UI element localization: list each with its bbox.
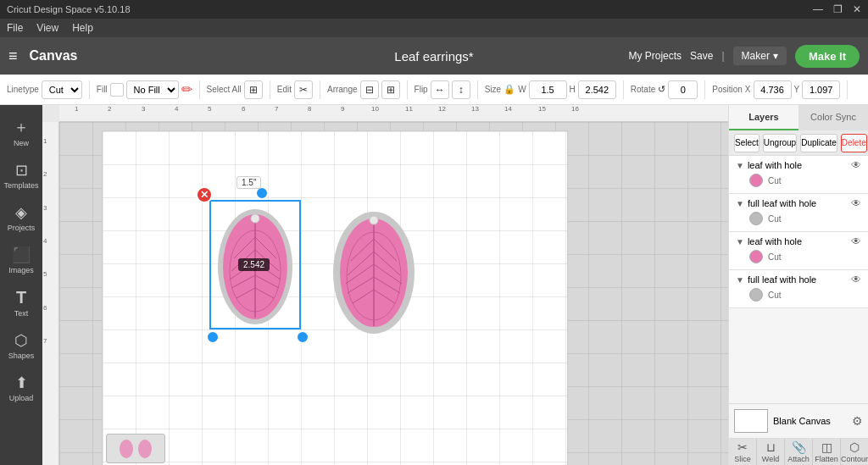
projects-icon: ◈ xyxy=(15,203,27,222)
layer-visibility-icon[interactable]: 👁 xyxy=(851,197,861,209)
flip-group: Flip ↔ ↕ xyxy=(415,80,478,99)
sub-toolbar: Linetype Cut Fill No Fill ✏ Select All ⊞… xyxy=(0,75,868,105)
y-input[interactable] xyxy=(802,80,840,99)
delete-handle[interactable]: ✕ xyxy=(196,186,213,203)
h-label: H xyxy=(570,85,576,94)
slice-button[interactable]: ✂ Slice xyxy=(729,439,757,465)
svg-point-30 xyxy=(120,440,133,458)
panel-bottom: Blank Canvas ⚙ xyxy=(729,403,868,438)
layer-name: full leaf with hole xyxy=(748,274,848,285)
menu-help[interactable]: Help xyxy=(72,22,93,34)
sidebar-label-images: Images xyxy=(8,266,34,274)
ungroup-button[interactable]: Ungroup xyxy=(763,134,797,152)
panel-footer-actions: ✂ Slice ⊔ Weld 📎 Attach ◫ Flatten ⬡ Cont… xyxy=(729,438,868,465)
resize-br-handle[interactable] xyxy=(296,330,309,344)
select-all-button[interactable]: ⊞ xyxy=(244,80,263,99)
x-input[interactable] xyxy=(754,80,792,99)
menu-file[interactable]: File xyxy=(7,22,23,34)
vertical-ruler: 1 2 3 4 5 6 7 xyxy=(42,122,59,465)
x-label: X xyxy=(745,85,751,94)
images-icon: ⬛ xyxy=(12,246,31,264)
layer-visibility-icon[interactable]: 👁 xyxy=(851,235,861,247)
layer-sub-item: Cut xyxy=(736,209,861,228)
sidebar-item-upload[interactable]: ⬆ Upload xyxy=(0,368,42,407)
layers-list: ▼ leaf with hole 👁 Cut ▼ full leaf with … xyxy=(729,156,868,403)
sidebar-item-shapes[interactable]: ⬡ Shapes xyxy=(0,326,42,365)
sidebar-item-templates[interactable]: ⊡ Templates xyxy=(0,156,42,195)
flip-v-button[interactable]: ↕ xyxy=(452,80,470,99)
w-label: W xyxy=(518,85,526,94)
y-label: Y xyxy=(794,85,800,94)
select-all-group: Select All ⊞ xyxy=(207,80,270,99)
canvas-content[interactable]: ✕ 1.5" 2.542 xyxy=(59,122,728,465)
fill-group: Fill No Fill ✏ xyxy=(97,80,200,99)
sidebar-label-upload: Upload xyxy=(9,394,34,402)
minimize-btn[interactable]: — xyxy=(813,3,823,15)
tab-layers[interactable]: Layers xyxy=(729,105,798,130)
resize-bl-handle[interactable] xyxy=(206,330,220,344)
contour-icon: ⬡ xyxy=(849,440,860,454)
contour-button[interactable]: ⬡ Contour xyxy=(841,439,868,465)
layer-cut-label: Cut xyxy=(768,176,782,185)
sidebar-item-projects[interactable]: ◈ Projects xyxy=(0,198,42,237)
position-label: Position xyxy=(712,85,743,94)
flip-h-button[interactable]: ↔ xyxy=(431,80,449,99)
chevron-down-icon: ▾ xyxy=(773,50,778,62)
layer-name: leaf with hole xyxy=(748,160,848,170)
main-area: ＋ New ⊡ Templates ◈ Projects ⬛ Images T … xyxy=(0,105,868,465)
flatten-button[interactable]: ◫ Flatten xyxy=(813,439,841,465)
attach-button[interactable]: 📎 Attach xyxy=(785,439,813,465)
restore-btn[interactable]: ❐ xyxy=(833,3,843,15)
sidebar-item-text[interactable]: T Text xyxy=(0,283,42,323)
make-it-button[interactable]: Make It xyxy=(795,45,860,68)
settings-icon[interactable]: ⚙ xyxy=(852,414,863,428)
sidebar-item-images[interactable]: ⬛ Images xyxy=(0,241,42,280)
weld-button[interactable]: ⊔ Weld xyxy=(757,439,785,465)
fill-color-swatch[interactable] xyxy=(110,83,124,97)
height-input[interactable] xyxy=(578,80,616,99)
close-btn[interactable]: ✕ xyxy=(853,3,861,15)
arrange-up-button[interactable]: ⊞ xyxy=(381,80,400,99)
weld-label: Weld xyxy=(762,455,779,463)
canvas-area[interactable]: 1 2 3 4 5 6 7 8 9 10 11 12 13 14 15 16 1… xyxy=(42,105,728,465)
layer-expand-icon[interactable]: ▼ xyxy=(736,161,744,170)
layer-expand-icon[interactable]: ▼ xyxy=(736,275,744,285)
layer-cut-label: Cut xyxy=(768,214,782,224)
layer-expand-icon[interactable]: ▼ xyxy=(736,199,744,208)
size-group: Size 🔒 W H xyxy=(485,80,624,99)
lock-icon[interactable]: 🔒 xyxy=(504,84,515,95)
svg-point-31 xyxy=(138,440,152,458)
layer-visibility-icon[interactable]: 👁 xyxy=(851,274,861,285)
my-projects-button[interactable]: My Projects xyxy=(628,50,682,62)
menu-bar: File View Help xyxy=(0,19,868,37)
layer-name: leaf with hole xyxy=(748,236,848,246)
tab-color-sync[interactable]: Color Sync xyxy=(798,105,868,130)
layer-item: ▼ full leaf with hole 👁 Cut xyxy=(729,194,868,232)
maker-dropdown-button[interactable]: Maker ▾ xyxy=(733,47,787,65)
layer-visibility-icon[interactable]: 👁 xyxy=(851,159,861,171)
duplicate-button[interactable]: Duplicate xyxy=(800,134,837,152)
width-input[interactable] xyxy=(529,80,567,99)
sidebar-label-shapes: Shapes xyxy=(8,352,35,360)
delete-button[interactable]: Delete xyxy=(841,134,867,152)
select-button[interactable]: Select xyxy=(734,134,760,152)
hamburger-icon[interactable]: ≡ xyxy=(8,47,18,65)
templates-icon: ⊡ xyxy=(15,161,28,180)
save-button[interactable]: Save xyxy=(690,50,713,62)
layer-row: ▼ leaf with hole 👁 xyxy=(736,159,861,171)
linetype-group: Linetype Cut xyxy=(7,80,90,99)
sidebar-item-new[interactable]: ＋ New xyxy=(0,112,42,152)
layer-expand-icon[interactable]: ▼ xyxy=(736,237,744,246)
edit-button[interactable]: ✂ xyxy=(294,80,313,99)
layer-item: ▼ full leaf with hole 👁 Cut xyxy=(729,270,868,308)
arrange-button[interactable]: ⊟ xyxy=(360,80,379,99)
blank-canvas-preview xyxy=(734,409,768,433)
flatten-icon: ◫ xyxy=(821,440,832,454)
linetype-select[interactable]: Cut xyxy=(42,80,82,99)
rotate-group: Rotate ↺ xyxy=(631,80,705,99)
height-dimension-label: 2.542 xyxy=(238,258,270,271)
menu-view[interactable]: View xyxy=(36,22,58,34)
layer-row: ▼ full leaf with hole 👁 xyxy=(736,274,861,285)
rotate-input[interactable] xyxy=(668,80,698,99)
fill-select[interactable]: No Fill xyxy=(126,80,179,99)
